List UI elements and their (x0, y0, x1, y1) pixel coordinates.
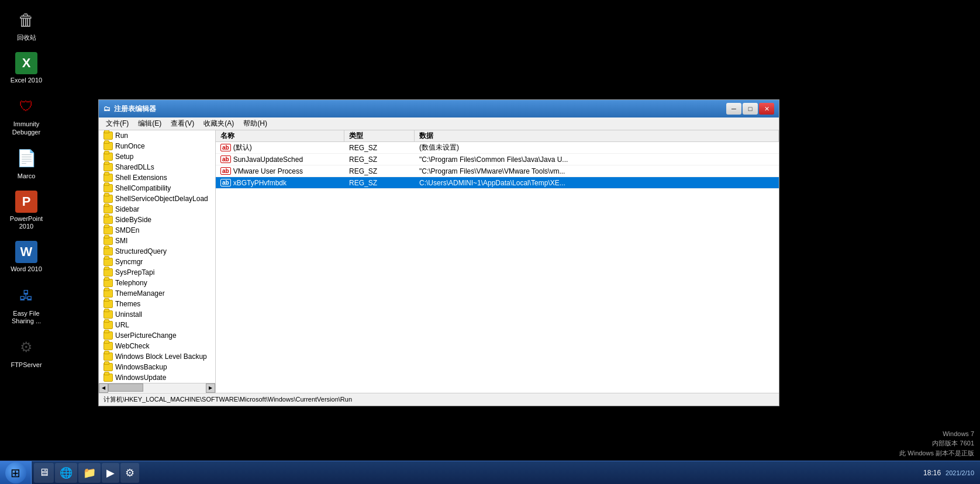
desktop-icon-ftp[interactable]: ⚙ FTPServer (3, 333, 50, 371)
marco-icon: 📄 (15, 147, 38, 170)
ab-icon: ab (220, 155, 231, 163)
tree-item-run[interactable]: Run (99, 130, 215, 141)
explorer-icon: 📁 (83, 466, 96, 479)
immunity-icon: 🛡 (15, 95, 38, 118)
desktop-icon-word[interactable]: W Word 2010 (3, 238, 50, 275)
desktop-icon-immunity[interactable]: 🛡 ImmunityDebugger (3, 92, 50, 138)
taskbar-show-desktop[interactable]: 🖥 (34, 463, 54, 483)
tree-item-syspreptapi[interactable]: SysPrepTapi (99, 267, 215, 278)
minimize-button[interactable]: ─ (726, 103, 741, 115)
win-info-line3: 此 Windows 副本不是正版 (899, 448, 974, 458)
horizontal-scrollbar[interactable]: ◀ ▶ (99, 383, 215, 392)
tree-item-url[interactable]: URL (99, 320, 215, 330)
desktop-icon-recycle-bin[interactable]: 🗑 回收站 (3, 6, 50, 44)
ppt-icon: P (15, 191, 37, 213)
tree-item-uninstall[interactable]: Uninstall (99, 309, 215, 320)
folder-icon (103, 310, 113, 319)
tree-item-shellcompat[interactable]: ShellCompatibility (99, 183, 215, 193)
status-text: 计算机\HKEY_LOCAL_MACHINE\SOFTWARE\Microsof… (103, 395, 352, 404)
taskbar-regedit[interactable]: ⚙ (120, 463, 139, 483)
menu-favorites[interactable]: 收藏夹(A) (199, 117, 239, 130)
show-desktop-icon: 🖥 (39, 466, 49, 479)
tree-item-shellservice[interactable]: ShellServiceObjectDelayLoad (99, 193, 215, 204)
cell-data-xbg: C:\Users\ADMINI~1\AppData\Local\Temp\XE.… (415, 179, 779, 187)
scroll-track[interactable] (108, 383, 206, 392)
tree-item-telephony[interactable]: Telephony (99, 278, 215, 288)
desktop-icon-ppt[interactable]: P PowerPoint2010 (3, 188, 50, 233)
taskbar-items: 🖥 🌐 📁 ▶ ⚙ (32, 461, 142, 484)
folder-icon (103, 247, 113, 255)
taskbar-date: 2021/2/10 (946, 469, 974, 476)
maximize-button[interactable]: □ (743, 103, 758, 115)
folder-icon (103, 258, 113, 266)
tree-item-shell-extensions[interactable]: Shell Extensions (99, 172, 215, 183)
folder-icon (103, 342, 113, 350)
tree-item-sidebar[interactable]: Sidebar (99, 204, 215, 215)
data-rows[interactable]: ab (默认) REG_SZ (数值未设置) ab SunJavaUpdateS… (216, 142, 779, 393)
ie-icon: 🌐 (60, 466, 73, 479)
tree-panel[interactable]: Run RunOnce Setup SharedDLLs Shell Exten… (99, 130, 216, 393)
taskbar-explorer[interactable]: 📁 (78, 463, 101, 483)
desktop-icon-marco[interactable]: 📄 Marco (3, 144, 50, 182)
cell-type-vmware: REG_SZ (344, 167, 415, 175)
folder-icon (103, 142, 113, 150)
scroll-left-button[interactable]: ◀ (99, 383, 108, 393)
taskbar: ⊞ 🖥 🌐 📁 ▶ ⚙ 18:16 2021/2/10 (0, 461, 980, 484)
data-row-vmware[interactable]: ab VMware User Process REG_SZ "C:\Progra… (216, 165, 779, 177)
desktop-icon-easyfile[interactable]: 🖧 Easy FileSharing ... (3, 282, 50, 327)
folder-icon (103, 279, 113, 287)
tree-item-shareddlls[interactable]: SharedDLLs (99, 162, 215, 172)
easyfile-icon: 🖧 (15, 284, 38, 307)
tree-item-smden[interactable]: SMDEn (99, 225, 215, 236)
word-label: Word 2010 (11, 265, 42, 273)
tree-item-webcheck[interactable]: WebCheck (99, 341, 215, 351)
regedit-taskbar-icon: ⚙ (125, 466, 134, 479)
win-info-line2: 内部版本 7601 (899, 438, 974, 448)
folder-icon (103, 352, 113, 361)
col-header-type: 类型 (344, 130, 415, 141)
media-player-icon: ▶ (106, 466, 115, 479)
data-row-xbg[interactable]: ab xBGTyPHvfmbdk REG_SZ C:\Users\ADMINI~… (216, 177, 779, 189)
tree-item-syncmgr[interactable]: Syncmgr (99, 257, 215, 267)
window-title: 🗂 注册表编辑器 (103, 104, 156, 114)
folder-icon (103, 363, 113, 371)
tree-item-sidebyside[interactable]: SideBySide (99, 215, 215, 225)
menu-file[interactable]: 文件(F) (101, 117, 133, 130)
taskbar-time: 18:16 (923, 469, 941, 477)
folder-icon (103, 153, 113, 161)
taskbar-right: 18:16 2021/2/10 (923, 469, 980, 477)
tree-item-winblocklevel[interactable]: Windows Block Level Backup (99, 351, 215, 362)
tree-item-smi[interactable]: SMI (99, 236, 215, 246)
scroll-right-button[interactable]: ▶ (206, 383, 215, 393)
taskbar-media-player[interactable]: ▶ (102, 463, 119, 483)
regedit-window: 🗂 注册表编辑器 ─ □ ✕ 文件(F) 编辑(E) 查看(V) 收藏夹(A) … (98, 99, 779, 406)
taskbar-ie[interactable]: 🌐 (55, 463, 77, 483)
easyfile-label: Easy FileSharing ... (12, 310, 41, 325)
folder-icon (103, 184, 113, 192)
menu-view[interactable]: 查看(V) (166, 117, 199, 130)
windows-info: Windows 7 内部版本 7601 此 Windows 副本不是正版 (899, 429, 974, 458)
tree-item-userpicchange[interactable]: UserPictureChange (99, 330, 215, 341)
menu-bar: 文件(F) 编辑(E) 查看(V) 收藏夹(A) 帮助(H) (99, 117, 779, 130)
data-row-sun-java[interactable]: ab SunJavaUpdateSched REG_SZ "C:\Program… (216, 154, 779, 165)
tree-item-runonce[interactable]: RunOnce (99, 141, 215, 151)
desktop-icon-excel[interactable]: X Excel 2010 (3, 50, 50, 87)
menu-edit[interactable]: 编辑(E) (133, 117, 166, 130)
folder-icon (103, 132, 113, 140)
start-button[interactable]: ⊞ (0, 461, 32, 485)
menu-help[interactable]: 帮助(H) (239, 117, 272, 130)
tree-item-structuredquery[interactable]: StructuredQuery (99, 246, 215, 257)
tree-item-windowsbackup[interactable]: WindowsBackup (99, 362, 215, 372)
close-button[interactable]: ✕ (759, 103, 774, 115)
data-row-default[interactable]: ab (默认) REG_SZ (数值未设置) (216, 142, 779, 154)
folder-icon (103, 195, 113, 203)
tree-item-setup[interactable]: Setup (99, 151, 215, 162)
scroll-thumb[interactable] (108, 383, 143, 392)
ab-icon: ab (220, 167, 231, 175)
tree-item-themes[interactable]: Themes (99, 299, 215, 309)
win-info-line1: Windows 7 (899, 429, 974, 439)
tree-item-thememanager[interactable]: ThemeManager (99, 288, 215, 299)
tree-item-windowsupdate[interactable]: WindowsUpdate (99, 372, 215, 383)
cell-name-xbg: ab xBGTyPHvfmbdk (216, 179, 344, 187)
ftp-label: FTPServer (11, 361, 42, 369)
